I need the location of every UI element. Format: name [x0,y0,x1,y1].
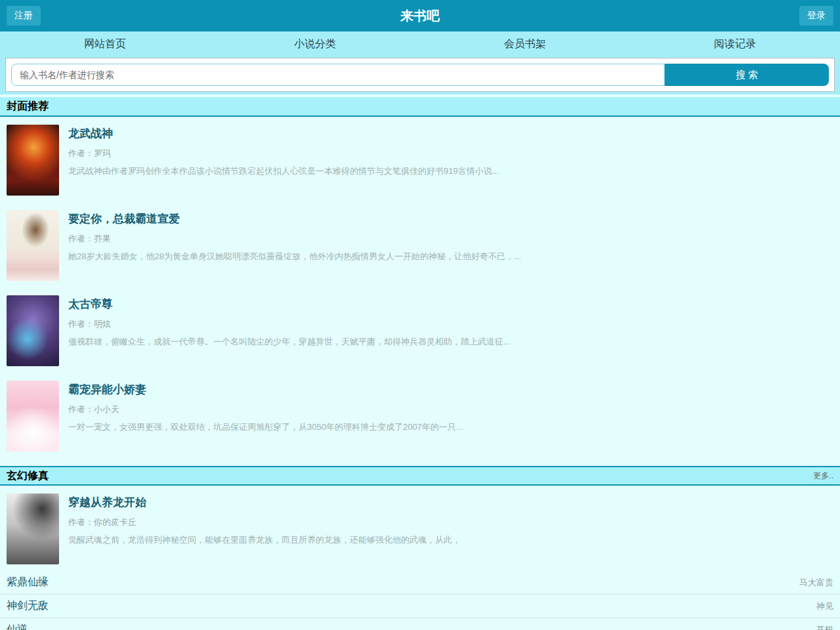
list-item[interactable]: 仙逆 耳根 [0,618,840,630]
book-cover-image[interactable] [7,125,59,196]
book-info: 要定你，总裁霸道宣爱 作者：乔果 她28岁大龄失婚女，他28为黄金单身汉她聪明漂… [68,210,521,281]
book-description: 一对一宠文，女强男更强，双处双结，坑品保证周旭彤穿了，从3050年的理科博士变成… [68,421,463,433]
book-item[interactable]: 龙武战神 作者：罗玛 龙武战神由作者罗玛创作全本作品该小说情节跌宕起伏扣人心弦是… [0,117,840,202]
nav-item-home[interactable]: 网站首页 [0,32,210,56]
book-title-link[interactable]: 穿越从养龙开始 [68,495,461,510]
book-author: 作者：小小天 [68,404,463,415]
search-button[interactable]: 搜 索 [665,64,829,86]
book-description: 龙武战神由作者罗玛创作全本作品该小说情节跌宕起伏扣人心弦是一本难得的情节与文笔俱… [68,165,499,177]
cover-recommend-list: 龙武战神 作者：罗玛 龙武战神由作者罗玛创作全本作品该小说情节跌宕起伏扣人心弦是… [0,117,840,458]
list-item[interactable]: 紫鼎仙缘 马大富贵 [0,571,840,595]
top-header: 注册 来书吧 登录 [0,0,840,32]
xuanhuan-list: 穿越从养龙开始 作者：你的皮卡丘 觉醒武魂之前，龙浩得到神秘空间，能够在里面养龙… [0,486,840,630]
book-title-link[interactable]: 太古帝尊 [68,297,511,312]
book-item[interactable]: 太古帝尊 作者：明炫 傲视群雄，俯瞰众生，成就一代帝尊。一个名叫陆尘的少年，穿越… [0,287,840,373]
book-item[interactable]: 霸宠异能小娇妻 作者：小小天 一对一宠文，女强男更强，双处双结，坑品保证周旭彤穿… [0,373,840,458]
book-title-link[interactable]: 仙逆 [7,623,28,630]
nav-item-reading-history[interactable]: 阅读记录 [630,32,840,56]
title-row-list: 紫鼎仙缘 马大富贵 神剑无敌 神见 仙逆 耳根 [0,571,840,630]
book-info: 穿越从养龙开始 作者：你的皮卡丘 觉醒武魂之前，龙浩得到神秘空间，能够在里面养龙… [68,494,461,564]
book-item[interactable]: 穿越从养龙开始 作者：你的皮卡丘 觉醒武魂之前，龙浩得到神秘空间，能够在里面养龙… [0,486,840,571]
book-author: 作者：罗玛 [68,148,499,159]
search-box: 搜 索 [5,58,835,92]
book-description: 她28岁大龄失婚女，他28为黄金单身汉她聪明漂亮似蔷薇绽放，他外冷内热痴情男女人… [68,251,521,262]
book-item[interactable]: 要定你，总裁霸道宣爱 作者：乔果 她28岁大龄失婚女，他28为黄金单身汉她聪明漂… [0,202,840,287]
more-link[interactable]: 更多.. [813,471,833,482]
book-info: 龙武战神 作者：罗玛 龙武战神由作者罗玛创作全本作品该小说情节跌宕起伏扣人心弦是… [68,125,499,196]
main-nav: 网站首页 小说分类 会员书架 阅读记录 [0,32,840,56]
book-info: 太古帝尊 作者：明炫 傲视群雄，俯瞰众生，成就一代帝尊。一个名叫陆尘的少年，穿越… [68,295,511,366]
site-title: 来书吧 [0,7,840,25]
book-cover-image[interactable] [7,381,59,452]
nav-item-bookshelf[interactable]: 会员书架 [420,32,630,56]
book-author: 作者：你的皮卡丘 [68,516,461,528]
book-description: 傲视群雄，俯瞰众生，成就一代帝尊。一个名叫陆尘的少年，穿越异世，天赋平庸，却得神… [68,336,511,348]
book-title-link[interactable]: 紫鼎仙缘 [7,576,49,589]
search-input[interactable] [11,64,665,86]
login-button[interactable]: 登录 [799,6,833,26]
search-zone: 搜 索 [0,56,840,94]
section-header-cover-recommend: 封面推荐 [0,97,840,117]
book-info: 霸宠异能小娇妻 作者：小小天 一对一宠文，女强男更强，双处双结，坑品保证周旭彤穿… [68,381,463,452]
book-cover-image[interactable] [7,210,59,281]
list-item[interactable]: 神剑无敌 神见 [0,595,840,618]
book-title-link[interactable]: 霸宠异能小娇妻 [68,382,463,397]
book-title-link[interactable]: 龙武战神 [68,126,499,141]
section-title: 封面推荐 [7,100,49,114]
book-cover-image[interactable] [7,295,59,366]
book-description: 觉醒武魂之前，龙浩得到神秘空间，能够在里面养龙族，而且所养的龙族，还能够强化他的… [68,534,461,546]
book-author: 耳根 [816,624,833,630]
section-header-xuanhuan: 玄幻修真 更多.. [0,466,840,486]
book-title-link[interactable]: 神剑无敌 [7,599,49,613]
book-author: 马大富贵 [799,577,833,589]
nav-item-categories[interactable]: 小说分类 [210,32,420,56]
section-title: 玄幻修真 [7,469,49,483]
book-author: 作者：乔果 [68,233,521,245]
book-author: 作者：明炫 [68,318,511,330]
book-author: 神见 [816,600,833,612]
register-button[interactable]: 注册 [7,6,41,26]
book-cover-image[interactable] [7,494,59,564]
book-title-link[interactable]: 要定你，总裁霸道宣爱 [68,211,521,226]
